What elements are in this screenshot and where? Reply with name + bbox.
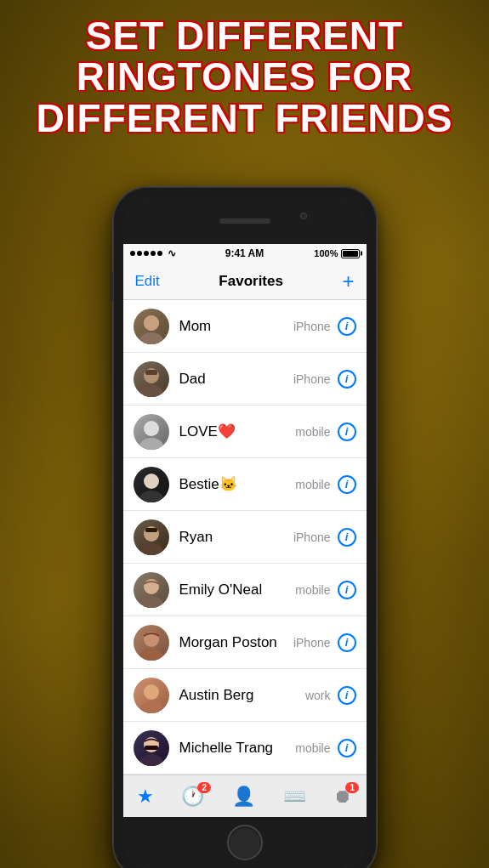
battery-percent: 100%: [314, 248, 338, 258]
svg-point-16: [139, 649, 163, 661]
headline-text: SET DIFFERENTRINGTONES FORDIFFERENT FRIE…: [9, 15, 480, 139]
svg-point-11: [139, 543, 163, 555]
status-time: 9:41 AM: [225, 247, 264, 259]
contact-right: iPhone i: [293, 370, 356, 389]
status-signal: ∿: [130, 247, 176, 259]
contact-type: mobile: [295, 741, 330, 755]
contact-right: work i: [305, 686, 356, 705]
dot-2: [137, 251, 142, 256]
phone-top-bar: [123, 197, 367, 244]
info-button[interactable]: i: [338, 423, 356, 441]
info-button[interactable]: i: [338, 475, 356, 494]
contact-name: Michelle Trang: [179, 740, 296, 757]
contact-name: Ryan: [179, 529, 293, 546]
avatar: [134, 730, 169, 766]
svg-point-1: [139, 332, 163, 344]
contact-row[interactable]: Bestie🐱 mobile i: [123, 458, 367, 511]
avatar: [134, 414, 169, 450]
nav-bar: Edit Favorites +: [123, 263, 367, 300]
contact-right: iPhone i: [293, 528, 356, 547]
wifi-icon: ∿: [168, 247, 176, 259]
contact-row[interactable]: Emily O'Neal mobile i: [123, 564, 367, 616]
svg-point-20: [139, 754, 163, 766]
contact-type: mobile: [295, 425, 330, 439]
contact-type: iPhone: [293, 530, 331, 544]
contact-row[interactable]: Michelle Trang mobile i: [123, 722, 367, 774]
svg-point-7: [139, 438, 163, 450]
tab-bar: ★ 🕐 2 👤 ⌨️ ⏺ 1: [123, 774, 367, 817]
contact-info: Bestie🐱: [179, 475, 296, 493]
svg-point-17: [144, 684, 159, 700]
voicemail-badge: 1: [345, 782, 359, 793]
contact-row[interactable]: Austin Berg work i: [123, 669, 367, 722]
contact-right: mobile i: [295, 423, 355, 441]
contact-right: mobile i: [295, 739, 355, 757]
dot-3: [144, 251, 149, 256]
info-button[interactable]: i: [338, 317, 356, 336]
svg-point-6: [144, 421, 159, 436]
contact-row[interactable]: Mom iPhone i: [123, 300, 367, 353]
dot-5: [157, 251, 162, 256]
contact-row[interactable]: Ryan iPhone i: [123, 511, 367, 564]
contact-type: mobile: [295, 583, 330, 597]
info-button[interactable]: i: [338, 739, 356, 757]
avatar: [134, 678, 169, 713]
tab-recents[interactable]: 🕐 2: [181, 786, 204, 808]
contact-type: iPhone: [293, 320, 331, 333]
status-battery-area: 100%: [314, 248, 359, 258]
info-button[interactable]: i: [338, 528, 356, 547]
keypad-icon: ⌨️: [283, 786, 306, 808]
contact-list: Mom iPhone i: [123, 300, 367, 774]
add-button[interactable]: +: [342, 269, 354, 293]
contact-info: LOVE❤️: [179, 423, 296, 440]
dot-4: [151, 251, 156, 256]
contact-name: Austin Berg: [179, 687, 305, 704]
phone-bottom-bar: [123, 817, 367, 868]
favorites-icon: ★: [137, 786, 154, 808]
info-button[interactable]: i: [338, 686, 356, 705]
contact-name: LOVE❤️: [179, 423, 296, 440]
contact-info: Dad: [179, 371, 293, 388]
svg-rect-21: [145, 746, 158, 750]
contact-row[interactable]: Morgan Poston iPhone i: [123, 616, 367, 669]
contact-row[interactable]: LOVE❤️ mobile i: [123, 406, 367, 458]
contact-right: iPhone i: [293, 633, 356, 652]
avatar: [134, 309, 169, 344]
info-button[interactable]: i: [338, 581, 356, 599]
svg-point-8: [144, 474, 159, 489]
tab-favorites[interactable]: ★: [137, 786, 154, 808]
phone-outer: ∿ 9:41 AM 100% Edit Favorites +: [113, 187, 377, 868]
battery-fill: [343, 251, 358, 257]
info-button[interactable]: i: [338, 633, 356, 652]
recents-badge: 2: [197, 782, 211, 793]
avatar: [134, 467, 169, 502]
contact-info: Emily O'Neal: [179, 582, 296, 599]
contact-name: Bestie🐱: [179, 475, 296, 493]
contact-info: Morgan Poston: [179, 634, 293, 651]
tab-contacts[interactable]: 👤: [232, 786, 255, 808]
contact-right: mobile i: [295, 581, 355, 599]
contact-type: mobile: [295, 478, 330, 491]
tab-keypad[interactable]: ⌨️: [283, 786, 306, 808]
svg-point-18: [139, 701, 163, 713]
info-button[interactable]: i: [338, 370, 356, 389]
status-bar: ∿ 9:41 AM 100%: [123, 244, 367, 263]
svg-point-2: [144, 315, 159, 331]
avatar: [134, 625, 169, 661]
tab-voicemail[interactable]: ⏺ 1: [333, 786, 352, 808]
contact-type: iPhone: [293, 636, 331, 650]
svg-point-5: [139, 385, 163, 397]
contact-type: work: [305, 689, 331, 702]
contact-info: Michelle Trang: [179, 740, 296, 757]
svg-rect-12: [145, 528, 157, 532]
svg-point-9: [139, 491, 163, 502]
home-button[interactable]: [227, 825, 263, 860]
contact-info: Ryan: [179, 529, 293, 546]
contact-name: Morgan Poston: [179, 634, 293, 651]
svg-point-14: [139, 596, 163, 608]
contact-row[interactable]: Dad iPhone i: [123, 353, 367, 406]
phone-speaker: [219, 218, 270, 224]
contacts-icon: 👤: [232, 786, 255, 808]
edit-button[interactable]: Edit: [135, 273, 160, 290]
contact-right: mobile i: [295, 475, 355, 494]
